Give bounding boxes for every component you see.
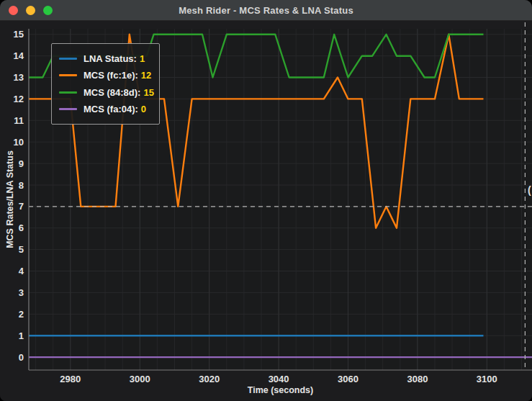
chart-area: 0123456789101112131415298030003020304030… [0, 0, 532, 401]
x-tick-label: 3000 [130, 374, 150, 384]
y-tick-label: 11 [14, 115, 24, 126]
y-tick-label: 5 [19, 244, 24, 255]
legend-label: LNA Status: [84, 53, 137, 64]
y-tick-label: 9 [19, 158, 24, 169]
titlebar: Mesh Rider - MCS Rates & LNA Status [0, 0, 532, 21]
legend-value: 1 [140, 53, 145, 64]
y-tick-label: 15 [14, 29, 24, 40]
legend-value: 0 [141, 104, 146, 114]
close-button[interactable] [9, 6, 18, 15]
y-tick-label: 10 [14, 137, 24, 148]
legend-value: 15 [143, 87, 153, 98]
app-window: 0123456789101112131415298030003020304030… [0, 0, 532, 401]
legend-swatch-lna [59, 58, 77, 60]
legend-value: 12 [141, 70, 151, 81]
y-axis-label: MCS Rates/LNA Status [5, 150, 15, 248]
traffic-lights [9, 0, 53, 21]
legend-swatch-fc1e [59, 74, 77, 76]
zoom-button[interactable] [43, 6, 53, 15]
x-tick-label: 3040 [269, 374, 289, 384]
y-tick-label: 14 [14, 50, 24, 61]
legend-item-mcs-fc1e: MCS (fc:1e): 12 [52, 70, 159, 81]
x-tick-label: 3100 [477, 374, 497, 384]
y-tick-label: 0 [19, 352, 24, 363]
y-tick-label: 13 [14, 72, 24, 83]
y-tick-label: 1 [19, 330, 24, 341]
y-tick-label: 12 [14, 94, 24, 104]
legend-label: MCS (fa:04): [84, 104, 138, 114]
legend-label: MCS (fc:1e): [84, 70, 138, 81]
y-tick-label: 4 [19, 266, 24, 276]
legend-swatch-fa04 [59, 108, 77, 110]
minimize-button[interactable] [26, 6, 35, 15]
y-tick-label: 8 [19, 180, 24, 191]
legend-swatch-848d [59, 91, 77, 94]
window-title: Mesh Rider - MCS Rates & LNA Status [179, 5, 353, 16]
x-tick-label: 2980 [60, 374, 81, 384]
x-tick-label: 3060 [338, 374, 359, 384]
x-axis-label: Time (seconds) [29, 385, 532, 395]
clipped-tooltip-glyph: ( [528, 184, 531, 196]
x-tick-label: 3080 [407, 374, 428, 384]
legend-label: MCS (84:8d): [84, 87, 140, 98]
y-tick-label: 6 [19, 222, 24, 233]
y-tick-label: 3 [19, 287, 24, 298]
x-tick-label: 3020 [199, 374, 220, 384]
legend-item-lna-status: LNA Status: 1 [52, 53, 159, 64]
y-tick-label: 7 [19, 201, 24, 212]
legend-item-mcs-fa04: MCS (fa:04): 0 [52, 104, 159, 114]
legend-item-mcs-848d: MCS (84:8d): 15 [52, 87, 159, 98]
legend: LNA Status: 1 MCS (fc:1e): 12 MCS (84:8d… [51, 43, 160, 125]
y-tick-label: 2 [19, 309, 24, 320]
